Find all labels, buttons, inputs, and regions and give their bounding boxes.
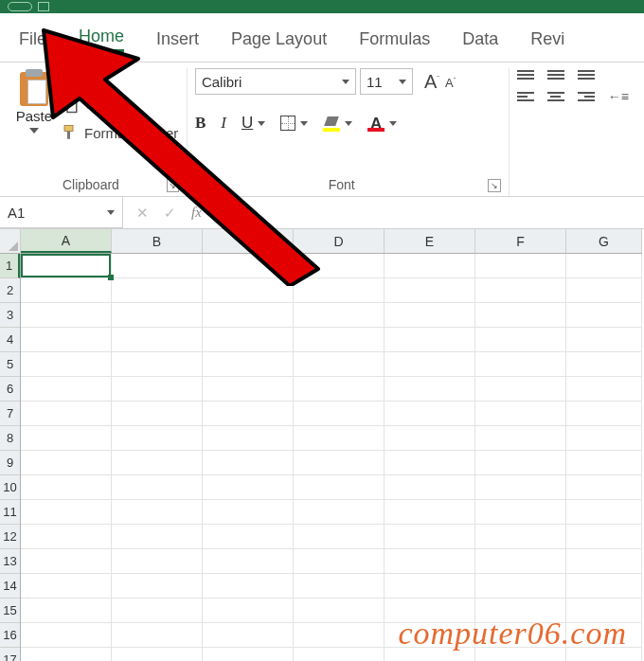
tab-formulas[interactable]: Formulas	[357, 26, 432, 53]
cell[interactable]	[203, 426, 294, 451]
tab-home[interactable]: Home	[77, 23, 126, 56]
cell[interactable]	[294, 623, 385, 648]
cell[interactable]	[112, 328, 203, 352]
row-header[interactable]: 7	[0, 402, 20, 426]
row-header[interactable]: 1	[0, 254, 20, 278]
cell[interactable]	[385, 549, 475, 574]
row-header[interactable]: 17	[0, 648, 20, 661]
cell[interactable]	[566, 352, 642, 377]
cell[interactable]	[566, 402, 642, 426]
spreadsheet-grid[interactable]: ABCDEFG 123456789101112131415161718	[0, 229, 644, 661]
cell[interactable]	[475, 352, 566, 377]
align-middle-button[interactable]	[547, 70, 564, 80]
tab-data[interactable]: Data	[460, 26, 500, 53]
cell[interactable]	[385, 574, 475, 598]
cell[interactable]	[21, 352, 112, 377]
paste-button[interactable]: Paste	[16, 68, 52, 134]
column-header[interactable]: B	[112, 229, 203, 253]
cell[interactable]	[294, 254, 385, 278]
cell[interactable]	[21, 475, 112, 500]
cell[interactable]	[294, 402, 385, 426]
cell[interactable]	[475, 574, 566, 598]
align-left-button[interactable]	[517, 89, 534, 104]
cell[interactable]	[475, 525, 566, 549]
cell[interactable]	[566, 303, 642, 328]
row-header[interactable]: 9	[0, 451, 20, 475]
tab-file[interactable]: File	[17, 26, 48, 53]
underline-button[interactable]: U	[242, 114, 265, 133]
cell[interactable]	[294, 648, 385, 661]
row-header[interactable]: 6	[0, 377, 20, 402]
cell[interactable]	[203, 598, 294, 623]
cell[interactable]	[203, 574, 294, 598]
row-header[interactable]: 11	[0, 500, 20, 525]
copy-dropdown-icon[interactable]	[84, 104, 92, 109]
row-header[interactable]: 5	[0, 352, 20, 377]
cell[interactable]	[112, 402, 203, 426]
align-top-button[interactable]	[517, 70, 534, 80]
cell[interactable]	[112, 278, 203, 303]
cell[interactable]	[385, 328, 475, 352]
cell[interactable]	[294, 278, 385, 303]
column-header[interactable]: F	[475, 229, 566, 253]
decrease-indent-button[interactable]: ←≡	[608, 89, 629, 104]
cell[interactable]	[294, 426, 385, 451]
font-name-combo[interactable]: Calibri	[195, 68, 356, 95]
cell[interactable]	[566, 426, 642, 451]
cell[interactable]	[566, 377, 642, 402]
cell[interactable]	[21, 598, 112, 623]
increase-font-size-button[interactable]: Aˆ	[424, 71, 439, 93]
cell[interactable]	[475, 402, 566, 426]
cell[interactable]	[112, 426, 203, 451]
cell[interactable]	[21, 500, 112, 525]
cell[interactable]	[475, 549, 566, 574]
cell[interactable]	[294, 352, 385, 377]
cell[interactable]	[21, 451, 112, 475]
cell[interactable]	[112, 254, 203, 278]
cancel-formula-button[interactable]: ✕	[136, 205, 149, 222]
cell[interactable]	[21, 426, 112, 451]
cell[interactable]	[112, 549, 203, 574]
cell[interactable]	[112, 303, 203, 328]
cell[interactable]	[112, 598, 203, 623]
cells-area[interactable]	[21, 254, 642, 661]
cell[interactable]	[385, 303, 475, 328]
cell[interactable]	[294, 377, 385, 402]
cell[interactable]	[203, 500, 294, 525]
cell[interactable]	[566, 525, 642, 549]
column-header[interactable]: E	[385, 229, 475, 253]
cell[interactable]	[385, 525, 475, 549]
italic-button[interactable]: I	[221, 114, 226, 133]
row-header[interactable]: 10	[0, 475, 20, 500]
cell[interactable]	[385, 377, 475, 402]
font-dialog-launcher[interactable]: ↘	[488, 179, 501, 192]
cell[interactable]	[203, 377, 294, 402]
select-all-corner[interactable]	[0, 229, 21, 254]
cell[interactable]	[475, 377, 566, 402]
cell[interactable]	[385, 254, 475, 278]
cell[interactable]	[112, 648, 203, 661]
column-header[interactable]: A	[21, 229, 112, 253]
cell[interactable]	[203, 328, 294, 352]
cell[interactable]	[475, 303, 566, 328]
align-center-button[interactable]	[547, 89, 564, 104]
cell[interactable]	[21, 303, 112, 328]
cell[interactable]	[112, 623, 203, 648]
cell[interactable]	[203, 475, 294, 500]
cell[interactable]	[21, 377, 112, 402]
cell[interactable]	[385, 402, 475, 426]
decrease-font-size-button[interactable]: Aˇ	[445, 76, 456, 90]
cell[interactable]	[203, 648, 294, 661]
cell[interactable]	[475, 475, 566, 500]
column-header[interactable]: D	[294, 229, 385, 253]
enter-formula-button[interactable]: ✓	[164, 205, 176, 222]
cell[interactable]	[294, 451, 385, 475]
row-header[interactable]: 2	[0, 278, 20, 303]
qat-save-icon[interactable]	[38, 2, 49, 11]
cell[interactable]	[475, 426, 566, 451]
cell[interactable]	[112, 525, 203, 549]
autosave-toggle[interactable]	[8, 2, 32, 11]
copy-button[interactable]	[62, 97, 178, 116]
cell[interactable]	[112, 574, 203, 598]
cell[interactable]	[566, 328, 642, 352]
